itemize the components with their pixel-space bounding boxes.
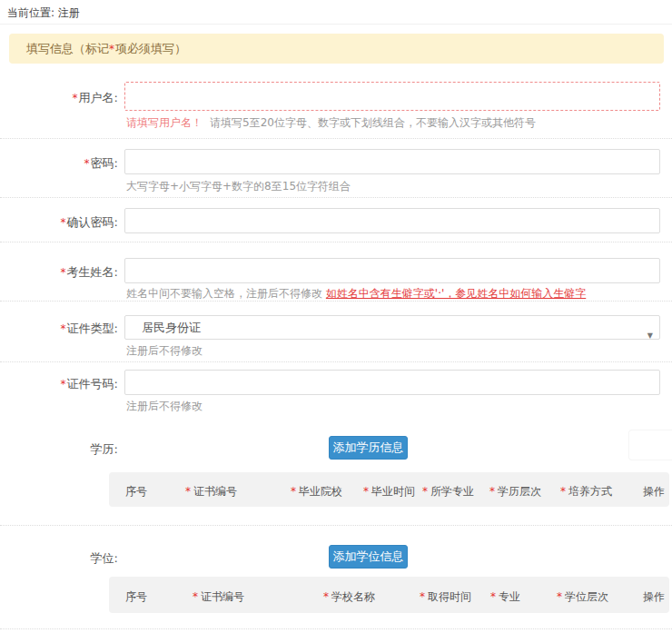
username-label-text: 用户名: xyxy=(79,91,118,104)
form-header-banner: 填写信息（标记*项必须填写） xyxy=(9,34,664,64)
col-text: 证书编号 xyxy=(193,485,237,498)
col-text: 序号 xyxy=(125,590,147,603)
candidate-name-hint: 姓名中间不要输入空格，注册后不得修改 xyxy=(126,287,322,300)
row-divider xyxy=(0,301,672,302)
education-col-index: 序号 xyxy=(123,484,147,499)
row-divider xyxy=(0,242,672,242)
required-asterisk: * xyxy=(61,266,66,279)
degree-col-level: *学位层次 xyxy=(557,589,608,605)
add-education-button[interactable]: 添加学历信息 xyxy=(329,436,408,460)
add-degree-button[interactable]: 添加学位信息 xyxy=(329,545,408,569)
col-text: 取得时间 xyxy=(428,590,471,603)
username-input[interactable] xyxy=(124,82,660,111)
page-bottom-divider xyxy=(0,628,672,629)
education-col-graduation-time: *毕业时间 xyxy=(363,484,415,499)
required-asterisk: * xyxy=(109,43,114,55)
education-col-actions: 操作 xyxy=(640,484,665,499)
candidate-name-label: *考生姓名: xyxy=(0,264,118,281)
id-type-hint: 注册后不得修改 xyxy=(126,343,203,359)
required-asterisk: * xyxy=(84,157,90,170)
required-asterisk: * xyxy=(61,322,66,335)
required-asterisk: * xyxy=(291,485,296,498)
rare-character-help-link[interactable]: 如姓名中含有生僻字或'·'，参见姓名中如何输入生僻字 xyxy=(326,287,586,300)
education-label: 学历: xyxy=(0,441,118,458)
required-asterisk: * xyxy=(323,590,329,603)
id-type-label: *证件类型: xyxy=(0,321,118,337)
breadcrumb: 当前位置: 注册 xyxy=(7,5,80,21)
degree-col-obtained-time: *取得时间 xyxy=(420,589,471,605)
col-text: 专业 xyxy=(499,590,520,603)
required-asterisk: * xyxy=(193,590,198,603)
degree-col-certificate-no: *证书编号 xyxy=(193,589,244,605)
row-divider xyxy=(0,361,672,362)
col-text: 毕业时间 xyxy=(371,485,415,498)
candidate-name-hint-line: 姓名中间不要输入空格，注册后不得修改 如姓名中含有生僻字或'·'，参见姓名中如何… xyxy=(126,286,586,302)
col-text: 操作 xyxy=(643,485,665,498)
required-asterisk: * xyxy=(185,485,191,498)
required-asterisk: * xyxy=(420,590,425,603)
banner-text-suffix: 项必须填写） xyxy=(115,42,186,55)
required-asterisk: * xyxy=(73,92,78,104)
id-type-label-text: 证件类型: xyxy=(67,321,118,335)
required-asterisk: * xyxy=(363,485,369,498)
col-text: 序号 xyxy=(125,485,147,498)
col-text: 所学专业 xyxy=(430,485,474,498)
required-asterisk: * xyxy=(557,590,562,603)
education-col-certificate-no: *证书编号 xyxy=(185,484,237,499)
degree-col-index: 序号 xyxy=(123,589,147,605)
confirm-password-input[interactable] xyxy=(124,208,660,233)
password-hint: 大写字母+小写字母+数字的8至15位字符组合 xyxy=(126,179,351,194)
id-type-selected-value: 居民身份证 xyxy=(142,321,201,334)
education-col-major: *所学专业 xyxy=(422,484,474,499)
header-divider xyxy=(0,24,672,25)
id-type-select[interactable]: 居民身份证▼ xyxy=(124,315,660,340)
degree-table-header: 序号 *证书编号 *学校名称 *取得时间 *专业 *学位层次 操作 xyxy=(109,577,669,613)
col-text: 学校名称 xyxy=(331,590,375,603)
required-asterisk: * xyxy=(61,378,66,391)
confirm-password-label: *确认密码: xyxy=(0,214,118,231)
col-text: 毕业院校 xyxy=(299,485,342,498)
id-number-label-text: 证件号码: xyxy=(67,377,118,391)
required-asterisk: * xyxy=(422,485,428,498)
col-text: 操作 xyxy=(643,590,665,603)
username-error-line: 请填写用户名！请填写5至20位字母、数字或下划线组合，不要输入汉字或其他符号 xyxy=(126,115,536,131)
col-text: 证书编号 xyxy=(201,590,244,603)
required-asterisk: * xyxy=(489,485,495,498)
password-label-text: 密码: xyxy=(91,156,118,170)
id-number-label: *证件号码: xyxy=(0,376,118,392)
registration-page: 当前位置: 注册 填写信息（标记*项必须填写） *用户名: 请填写用户名！请填写… xyxy=(0,0,672,633)
row-divider xyxy=(0,138,672,139)
candidate-name-input[interactable] xyxy=(124,258,660,283)
chevron-down-icon: ▼ xyxy=(647,324,653,347)
education-col-training-mode: *培养方式 xyxy=(560,484,612,499)
username-error-message: 请填写用户名！ xyxy=(126,116,203,129)
row-divider xyxy=(0,197,672,198)
password-input[interactable] xyxy=(124,149,660,174)
id-number-hint: 注册后不得修改 xyxy=(126,399,203,414)
required-asterisk: * xyxy=(560,485,566,498)
degree-col-major: *专业 xyxy=(490,589,520,605)
confirm-password-label-text: 确认密码: xyxy=(67,215,118,229)
education-col-school: *毕业院校 xyxy=(291,484,342,499)
username-label: *用户名: xyxy=(0,90,118,106)
decorative-edge-panel xyxy=(628,430,672,460)
degree-col-school-name: *学校名称 xyxy=(323,589,375,605)
col-text: 学历层次 xyxy=(498,485,541,498)
col-text: 学位层次 xyxy=(565,590,608,603)
username-hint: 请填写5至20位字母、数字或下划线组合，不要输入汉字或其他符号 xyxy=(210,116,536,129)
required-asterisk: * xyxy=(490,590,496,603)
banner-text-prefix: 填写信息（标记 xyxy=(26,42,109,55)
row-divider xyxy=(0,525,672,526)
education-table-header: 序号 *证书编号 *毕业院校 *毕业时间 *所学专业 *学历层次 *培养方式 操… xyxy=(109,472,669,507)
degree-label: 学位: xyxy=(0,550,118,567)
education-col-level: *学历层次 xyxy=(489,484,541,499)
id-number-input[interactable] xyxy=(124,370,660,395)
candidate-name-label-text: 考生姓名: xyxy=(67,265,118,279)
degree-col-actions: 操作 xyxy=(640,589,665,605)
password-label: *密码: xyxy=(0,155,118,172)
required-asterisk: * xyxy=(61,216,66,229)
col-text: 培养方式 xyxy=(568,485,612,498)
